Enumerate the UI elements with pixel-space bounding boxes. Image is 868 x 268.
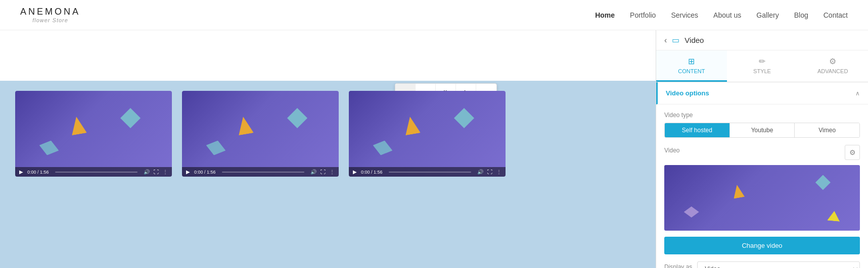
fullscreen-btn-1[interactable]: ⛶	[154, 169, 159, 175]
preview-shape-triangle	[732, 184, 745, 198]
video-field-label: Video	[664, 147, 679, 154]
tab-style[interactable]: ✏ STYLE	[727, 50, 798, 82]
panel-header: ‹ ▭ Video	[656, 30, 868, 50]
vtype-youtube[interactable]: Youtube	[730, 123, 795, 137]
video-field-row: Video ⚙	[664, 145, 860, 160]
nav-portfolio[interactable]: Portfolio	[630, 11, 656, 19]
advanced-tab-icon: ⚙	[829, 57, 836, 66]
video-controls-1: ▶ 0:00 / 1:56 🔊 ⛶ ⋮	[15, 167, 172, 177]
nav-gallery[interactable]: Gallery	[756, 11, 779, 19]
panel-title-text: Video	[684, 36, 704, 44]
shape-diamond-3	[287, 108, 307, 128]
shape-triangle-2	[236, 116, 254, 136]
shape-diamond-5	[454, 108, 474, 128]
time-display-2: 0:00 / 1:56	[194, 170, 216, 175]
nav-services[interactable]: Services	[671, 11, 698, 19]
style-tab-label: STYLE	[753, 68, 771, 74]
video-bg-2	[182, 91, 339, 177]
video-row: ▶ 0:00 / 1:56 🔊 ⛶ ⋮ ▶ 0:00 / 1:56	[0, 81, 656, 187]
vtype-self-hosted[interactable]: Self hosted	[665, 123, 730, 137]
logo-main: ANEMONA	[20, 7, 80, 17]
volume-icon-2[interactable]: 🔊	[310, 169, 316, 175]
video-bg-1	[15, 91, 172, 177]
video-item-2[interactable]: ▶ 0:00 / 1:56 🔊 ⛶ ⋮	[182, 91, 339, 177]
right-panel: ‹ ▭ Video ⊞ CONTENT ✏ STYLE ⚙ ADVANCED V…	[656, 30, 868, 268]
nav-blog[interactable]: Blog	[794, 11, 808, 19]
panel-title-icon: ▭	[672, 35, 679, 45]
shape-diamond-1	[120, 108, 141, 128]
vtype-vimeo[interactable]: Vimeo	[795, 123, 859, 137]
video-preview-thumbnail	[664, 165, 860, 231]
display-as-label: Display as	[664, 263, 692, 268]
menu-btn-3[interactable]: ⋮	[496, 169, 501, 175]
play-btn-3[interactable]: ▶	[353, 169, 357, 175]
logo-sub: flower Store	[32, 17, 68, 23]
section-title: Video options	[666, 89, 709, 97]
shape-triangle-3	[402, 116, 421, 136]
video-bg-3	[349, 91, 506, 177]
video-item-1[interactable]: ▶ 0:00 / 1:56 🔊 ⛶ ⋮	[15, 91, 172, 177]
time-display-1: 0:00 / 1:56	[27, 170, 49, 175]
preview-shape-diamond-1	[815, 175, 831, 190]
volume-icon-3[interactable]: 🔊	[477, 169, 483, 175]
shape-diamond-4	[204, 138, 227, 157]
video-controls-2: ▶ 0:00 / 1:56 🔊 ⛶ ⋮	[182, 167, 339, 177]
back-button[interactable]: ‹	[664, 36, 667, 45]
video-type-label: Video type	[664, 112, 860, 119]
main-nav: Home Portfolio Services About us Gallery…	[595, 11, 848, 19]
preview-shape-diamond-2	[684, 206, 699, 218]
change-video-button[interactable]: Change video	[664, 237, 860, 254]
video-type-group: Self hosted Youtube Vimeo	[664, 123, 860, 138]
preview-shape-triangle-2	[827, 210, 841, 221]
time-display-3: 0:00 / 1:56	[361, 170, 383, 175]
display-as-row: Display as Video Background	[664, 261, 860, 268]
play-btn-2[interactable]: ▶	[186, 169, 190, 175]
tab-content[interactable]: ⊞ CONTENT	[656, 50, 727, 82]
content-tab-label: CONTENT	[678, 68, 705, 74]
shape-diamond-6	[371, 138, 394, 157]
nav-about[interactable]: About us	[713, 11, 741, 19]
nav-home[interactable]: Home	[595, 11, 615, 19]
header: ANEMONA flower Store Home Portfolio Serv…	[0, 0, 868, 30]
nav-contact[interactable]: Contact	[824, 11, 848, 19]
display-as-select[interactable]: Video Background	[697, 261, 860, 268]
panel-tabs: ⊞ CONTENT ✏ STYLE ⚙ ADVANCED	[656, 50, 868, 82]
fullscreen-btn-3[interactable]: ⛶	[487, 169, 492, 175]
shape-triangle-1	[69, 116, 87, 136]
tab-advanced[interactable]: ⚙ ADVANCED	[797, 50, 868, 82]
advanced-tab-label: ADVANCED	[817, 68, 848, 74]
progress-bar-3[interactable]	[389, 172, 471, 173]
section-header: Video options ∧	[656, 82, 868, 104]
video-item-3[interactable]: ▶ 0:00 / 1:56 🔊 ⛶ ⋮	[349, 91, 506, 177]
menu-btn-2[interactable]: ⋮	[330, 169, 335, 175]
main-area: ⊞ ▭ ⠿ ⇅ ··· ▶ 0:00 / 1:56 🔊 ⛶	[0, 30, 868, 268]
progress-bar-2[interactable]	[222, 172, 304, 173]
logo: ANEMONA flower Store	[20, 7, 80, 23]
white-bar	[0, 30, 656, 81]
play-btn-1[interactable]: ▶	[19, 169, 23, 175]
canvas-area: ⊞ ▭ ⠿ ⇅ ··· ▶ 0:00 / 1:56 🔊 ⛶	[0, 30, 656, 268]
gear-button[interactable]: ⚙	[845, 145, 860, 160]
progress-bar-1[interactable]	[55, 172, 138, 173]
style-tab-icon: ✏	[759, 57, 765, 66]
panel-content: Video options ∧ Video type Self hosted Y…	[656, 82, 868, 268]
section-collapse-btn[interactable]: ∧	[855, 90, 860, 97]
fullscreen-btn-2[interactable]: ⛶	[321, 169, 326, 175]
volume-icon-1[interactable]: 🔊	[144, 169, 150, 175]
panel-section-video: Video type Self hosted Youtube Vimeo Vid…	[656, 104, 868, 268]
shape-diamond-2	[37, 138, 60, 157]
video-controls-3: ▶ 0:00 / 1:56 🔊 ⛶ ⋮	[349, 167, 506, 177]
content-tab-icon: ⊞	[688, 57, 695, 66]
menu-btn-1[interactable]: ⋮	[163, 169, 168, 175]
